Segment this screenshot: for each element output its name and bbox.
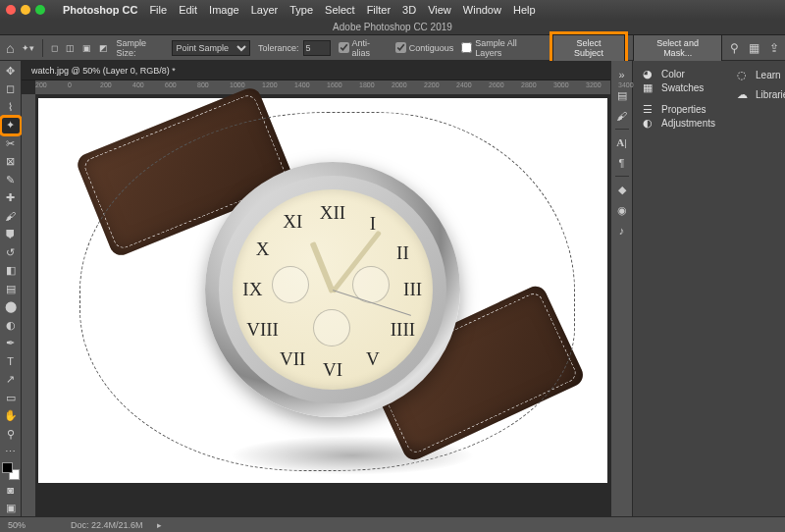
selection-mode-subtract-icon[interactable]: ▣ <box>82 43 91 53</box>
crop-tool[interactable]: ✂ <box>2 135 20 152</box>
gradient-tool[interactable]: ▤ <box>2 281 20 297</box>
fg-bg-colors[interactable] <box>2 462 20 480</box>
menu-3d[interactable]: 3D <box>402 4 416 16</box>
stamp-tool[interactable]: ⛊ <box>2 227 20 243</box>
move-tool[interactable]: ✥ <box>2 63 20 80</box>
history-panel-icon[interactable]: ▤ <box>614 87 630 103</box>
home-icon[interactable]: ⌂ <box>6 40 14 56</box>
panel-swatches[interactable]: ▦Swatches <box>641 80 715 94</box>
menu-help[interactable]: Help <box>513 4 536 16</box>
close-icon[interactable] <box>6 5 16 15</box>
doc-size[interactable]: Doc: 22.4M/21.6M <box>71 520 143 530</box>
character-panel-icon[interactable]: A| <box>614 134 630 150</box>
menu-layer[interactable]: Layer <box>251 4 279 16</box>
paragraph-panel-icon[interactable]: ¶ <box>614 155 630 171</box>
layers-panel-icon[interactable]: ◆ <box>614 182 630 197</box>
menu-window[interactable]: Window <box>463 4 501 16</box>
dodge-tool[interactable]: ◐ <box>2 317 20 334</box>
sample-all-checkbox[interactable]: Sample All Layers <box>461 38 545 58</box>
sample-size-label: Sample Size: <box>116 38 167 58</box>
window-controls[interactable] <box>6 5 45 15</box>
separator <box>42 39 43 57</box>
menu-file[interactable]: File <box>149 4 167 16</box>
learn-icon: ◌ <box>735 68 749 81</box>
blur-tool[interactable]: ⬤ <box>2 299 20 316</box>
canvas[interactable]: XIIIIIIIIIIIIVVIVIIVIIIIXXXI <box>38 98 607 483</box>
minimize-icon[interactable] <box>21 5 30 15</box>
tolerance-label: Tolerance: <box>258 43 299 53</box>
brush-tool[interactable]: 🖌 <box>2 208 20 225</box>
type-tool[interactable]: T <box>2 353 20 370</box>
tools-panel: ✥ ◻ ⌇ ✦ ✂ ⊠ ✎ ✚ 🖌 ⛊ ↺ ◧ ▤ ⬤ ◐ ✒ T ↗ ▭ ✋ … <box>0 61 22 516</box>
anti-alias-checkbox[interactable]: Anti-alias <box>339 38 388 58</box>
adjustments-icon: ◐ <box>641 116 654 130</box>
watch-image: XIIIIIIIIIIIIVVIVIIVIIIIXXXI <box>87 118 558 461</box>
panel-properties[interactable]: ☰Properties <box>641 102 715 116</box>
channels-panel-icon[interactable]: ◉ <box>614 202 630 218</box>
brushes-panel-icon[interactable]: 🖌 <box>614 108 630 124</box>
menu-view[interactable]: View <box>428 4 451 16</box>
panel-adjustments[interactable]: ◐Adjustments <box>641 116 715 130</box>
menu-image[interactable]: Image <box>209 4 239 16</box>
search-icon[interactable]: ⚲ <box>730 41 739 55</box>
path-tool[interactable]: ↗ <box>2 372 20 389</box>
frame-tool[interactable]: ⊠ <box>2 154 20 171</box>
screen-mode-tool[interactable]: ▣ <box>2 501 20 517</box>
sample-size-select[interactable]: Point Sample <box>172 40 251 56</box>
selection-mode-new-icon[interactable]: ◻ <box>51 43 58 53</box>
status-bar: 50% Doc: 22.4M/21.6M ▸ <box>0 516 785 532</box>
select-and-mask-button[interactable]: Select and Mask... <box>633 34 722 62</box>
right-panels: ◕Color ▦Swatches ☰Properties ◐Adjustment… <box>632 61 785 516</box>
properties-icon: ☰ <box>641 102 654 116</box>
maximize-icon[interactable] <box>35 5 45 15</box>
magic-wand-tool[interactable]: ✦ <box>2 118 20 134</box>
healing-tool[interactable]: ✚ <box>2 190 20 207</box>
canvas-background[interactable]: XIIIIIIIIIIIIVVIVIIVIIIIXXXI <box>35 94 610 516</box>
menu-select[interactable]: Select <box>325 4 355 16</box>
eraser-tool[interactable]: ◧ <box>2 263 20 280</box>
lasso-tool[interactable]: ⌇ <box>2 99 20 116</box>
selection-mode-add-icon[interactable]: ◫ <box>66 43 75 53</box>
dock-chevron-icon[interactable]: » <box>614 67 630 82</box>
tolerance-input[interactable] <box>303 40 331 56</box>
workspace-icon[interactable]: ▦ <box>749 41 759 55</box>
marquee-tool[interactable]: ◻ <box>2 81 20 98</box>
menu-type[interactable]: Type <box>289 4 313 16</box>
libraries-icon: ☁ <box>735 87 749 101</box>
panel-learn[interactable]: ◌Learn <box>735 68 785 81</box>
menu-filter[interactable]: Filter <box>367 4 391 16</box>
zoom-level[interactable]: 50% <box>8 520 57 530</box>
sample-size-control: Sample Size: Point Sample <box>116 38 250 58</box>
panel-libraries[interactable]: ☁Libraries <box>735 87 785 101</box>
swatches-icon: ▦ <box>641 80 654 94</box>
status-chevron-icon[interactable]: ▸ <box>157 520 162 530</box>
document-area: watch.jpg @ 50% (Layer 0, RGB/8) * 20002… <box>22 61 610 516</box>
selection-mode-intersect-icon[interactable]: ◩ <box>99 43 108 53</box>
shape-tool[interactable]: ▭ <box>2 390 20 406</box>
app-name[interactable]: Photoshop CC <box>63 4 137 16</box>
select-subject-button[interactable]: Select Subject <box>552 34 626 62</box>
color-icon: ◕ <box>641 67 654 80</box>
eyedropper-tool[interactable]: ✎ <box>2 172 20 188</box>
options-right: ⚲ ▦ ⇪ <box>730 41 779 55</box>
vertical-ruler <box>22 94 35 516</box>
contiguous-checkbox[interactable]: Contiguous <box>395 42 454 53</box>
paths-panel-icon[interactable]: ♪ <box>614 223 630 239</box>
quick-mask-tool[interactable]: ◙ <box>2 482 20 499</box>
tolerance-control: Tolerance: <box>258 40 331 56</box>
share-icon[interactable]: ⇪ <box>769 41 779 55</box>
options-bar: ⌂ ✦▾ ◻ ◫ ▣ ◩ Sample Size: Point Sample T… <box>0 35 785 61</box>
horizontal-ruler: 2000200400600800100012001400160018002000… <box>35 80 610 94</box>
history-brush-tool[interactable]: ↺ <box>2 244 20 261</box>
panel-color[interactable]: ◕Color <box>641 67 715 80</box>
document-tab[interactable]: watch.jpg @ 50% (Layer 0, RGB/8) * <box>22 61 610 80</box>
panel-dock: » ▤ 🖌 A| ¶ ◆ ◉ ♪ <box>610 61 632 516</box>
tool-preset-icon[interactable]: ✦▾ <box>22 43 34 53</box>
mac-menubar: Photoshop CC File Edit Image Layer Type … <box>0 0 785 20</box>
hand-tool[interactable]: ✋ <box>2 408 20 425</box>
menu-edit[interactable]: Edit <box>179 4 197 16</box>
zoom-tool[interactable]: ⚲ <box>2 426 20 443</box>
edit-toolbar[interactable]: ⋯ <box>2 445 20 461</box>
pen-tool[interactable]: ✒ <box>2 336 20 352</box>
